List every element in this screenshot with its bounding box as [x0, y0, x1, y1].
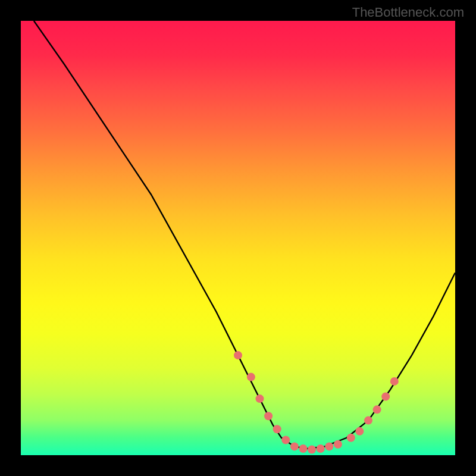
marker-point — [381, 392, 390, 400]
marker-point — [308, 446, 316, 454]
chart-svg — [21, 21, 455, 455]
marker-point — [390, 377, 399, 386]
marker-point — [247, 373, 255, 381]
marker-point — [325, 442, 333, 450]
marker-point — [347, 434, 355, 442]
marker-point — [290, 442, 299, 450]
chart-container: TheBottleneck.com — [0, 0, 476, 476]
marker-point — [281, 436, 290, 444]
marker-point — [355, 427, 364, 436]
marker-point — [373, 405, 381, 414]
watermark-text: TheBottleneck.com — [352, 5, 464, 20]
marker-point — [273, 425, 281, 433]
marker-point — [317, 444, 325, 453]
marker-point — [299, 444, 308, 453]
plot-area — [21, 21, 455, 455]
marker-point — [264, 412, 273, 420]
marker-point — [334, 440, 342, 449]
marker-point — [364, 416, 372, 425]
marker-point — [234, 351, 242, 359]
marker-point — [256, 394, 264, 403]
